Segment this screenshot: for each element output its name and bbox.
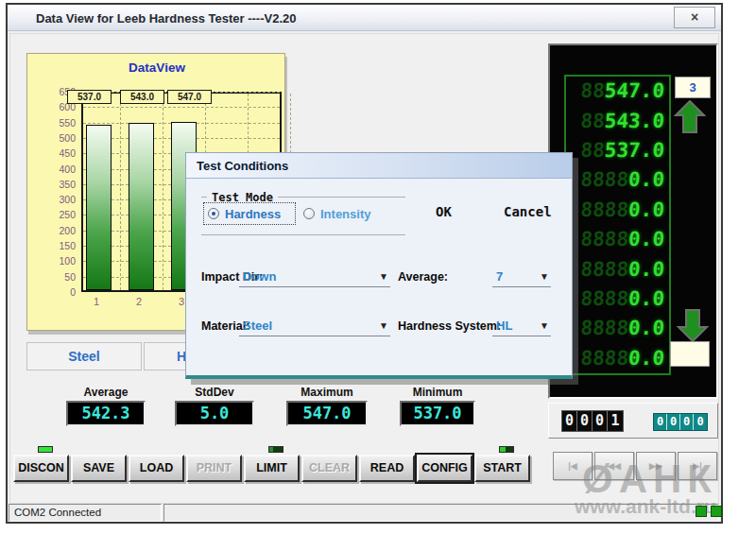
- close-icon: ×: [691, 9, 698, 25]
- button-load[interactable]: LOAD: [129, 455, 184, 482]
- counter-digit: 0: [654, 414, 667, 430]
- h-gridline: [83, 107, 280, 108]
- counter-digit: 0: [680, 414, 694, 430]
- status-led-square: [696, 506, 707, 517]
- led-indicator-limit: [268, 446, 284, 453]
- y-axis-tick-label: 500: [29, 132, 76, 144]
- ok-button[interactable]: OK: [436, 204, 452, 219]
- led-row: 88547.0: [565, 81, 669, 101]
- button-start[interactable]: START: [474, 455, 530, 482]
- led-row: 88880.0: [565, 170, 669, 190]
- y-axis-tick-label: 0: [29, 286, 76, 298]
- led-row: 88880.0: [565, 200, 669, 220]
- hardness-system-combobox[interactable]: HL▼: [492, 316, 551, 336]
- led-value: 547.0: [604, 79, 665, 102]
- led-row: 88880.0: [565, 349, 669, 369]
- v-gridline: [120, 94, 121, 290]
- nav-prev-button[interactable]: ◀◀: [594, 452, 634, 480]
- radio-intensity[interactable]: Intensity: [303, 202, 390, 225]
- hardness-system-label: Hardness System:: [398, 319, 501, 333]
- y-axis-tick-label: 100: [29, 255, 76, 267]
- stat-label-minimum: Minimum: [400, 386, 475, 399]
- status-connection: COM2 Connected: [9, 504, 162, 522]
- button-config[interactable]: CONFIG: [417, 455, 472, 482]
- bar-value-label: 537.0: [67, 90, 112, 104]
- led-ghost-digits: 8888: [580, 347, 629, 370]
- led-ghost-digits: 8888: [580, 317, 629, 339]
- chevron-down-icon: ▼: [540, 320, 551, 331]
- chevron-down-icon: ▼: [540, 271, 551, 282]
- average-combobox[interactable]: 7▼: [492, 267, 551, 287]
- title-bar[interactable]: Data View for Leeb Hardness Tester ----V…: [8, 5, 721, 31]
- hardness-system-value: HL: [492, 319, 512, 333]
- led-readings-frame: 88547.088543.088537.088880.088880.088880…: [564, 75, 671, 375]
- led-value: 537.0: [604, 139, 665, 162]
- counter-digit: 0: [577, 411, 593, 431]
- led-indicator-discon: [38, 446, 53, 453]
- y-axis-tick-label: 150: [29, 240, 76, 251]
- y-axis-tick-label: 250: [29, 209, 76, 220]
- tab-label: Steel: [68, 349, 99, 364]
- app-window: Data View for Leeb Hardness Tester ----V…: [6, 3, 723, 524]
- counter-digit: 0: [667, 414, 680, 430]
- led-row: 88880.0: [565, 289, 669, 309]
- tab-material-steel[interactable]: Steel: [26, 342, 142, 370]
- led-ghost-digits: 88: [580, 139, 606, 162]
- led-row: 88543.0: [565, 112, 669, 131]
- counter-digit: 1: [608, 411, 623, 431]
- radio-label: Intensity: [320, 207, 370, 221]
- chart-bar: [129, 123, 154, 290]
- scroll-down-arrow-icon[interactable]: [677, 308, 709, 342]
- y-axis-tick-label: 450: [29, 147, 76, 159]
- stat-label-average: Average: [66, 386, 146, 399]
- nav-last-button[interactable]: ▶|: [678, 452, 717, 480]
- counter-digit: 0: [593, 411, 608, 431]
- x-axis-tick-label: 2: [129, 296, 148, 307]
- led-value: 0.0: [627, 198, 665, 221]
- chart-title: DataView: [27, 60, 286, 75]
- reading-index-box: 3: [675, 77, 711, 98]
- button-save[interactable]: SAVE: [71, 455, 127, 482]
- nav-first-button[interactable]: |◀: [553, 452, 593, 480]
- led-value: 543.0: [604, 110, 665, 132]
- cancel-button[interactable]: Cancel: [504, 204, 552, 219]
- average-value: 7: [492, 269, 503, 284]
- button-limit[interactable]: LIMIT: [244, 455, 300, 482]
- stat-value-average: 542.3: [66, 401, 146, 426]
- led-value: 0.0: [627, 228, 665, 250]
- stat-label-maximum: Maximum: [286, 386, 368, 399]
- material-combobox[interactable]: Steel▼: [239, 316, 390, 336]
- led-ghost-digits: 8888: [580, 198, 629, 221]
- average-label: Average:: [398, 270, 448, 284]
- dialog-title: Test Conditions: [197, 159, 288, 173]
- v-gridline: [163, 94, 163, 290]
- impact-dir-combobox[interactable]: Down▼: [239, 267, 390, 287]
- led-ghost-digits: 8888: [580, 168, 629, 191]
- radio-hardness[interactable]: Hardness: [203, 202, 296, 225]
- scroll-up-arrow-icon[interactable]: [674, 100, 706, 134]
- close-button[interactable]: ×: [674, 7, 715, 28]
- stat-value-minimum: 537.0: [400, 401, 475, 426]
- led-row: 88537.0: [565, 141, 669, 161]
- led-value: 0.0: [627, 168, 665, 191]
- chevron-down-icon: ▼: [379, 320, 390, 331]
- counter-panel: 0001 0000: [548, 403, 718, 439]
- nav-next-button[interactable]: ▶▶: [636, 452, 676, 480]
- dialog-title-bar[interactable]: Test Conditions: [186, 153, 572, 179]
- impact-dir-value: Down: [239, 269, 276, 284]
- button-read[interactable]: READ: [359, 455, 415, 482]
- y-axis-tick-label: 200: [29, 225, 76, 236]
- bar-value-label: 543.0: [120, 90, 164, 104]
- radio-button-icon: [303, 208, 315, 219]
- y-axis-tick-label: 50: [29, 271, 76, 283]
- window-title: Data View for Leeb Hardness Tester ----V…: [36, 11, 297, 26]
- counter-digit: 0: [562, 411, 577, 431]
- groupbox-bottom-line: [201, 234, 405, 235]
- bar-value-label: 547.0: [167, 90, 212, 104]
- led-value: 0.0: [627, 287, 665, 310]
- button-discon[interactable]: DISCON: [13, 455, 69, 482]
- y-axis-tick-label: 300: [29, 194, 76, 205]
- led-value: 0.0: [627, 258, 665, 281]
- reading-counter: 0001: [561, 410, 624, 432]
- y-axis-tick-label: 550: [29, 117, 76, 129]
